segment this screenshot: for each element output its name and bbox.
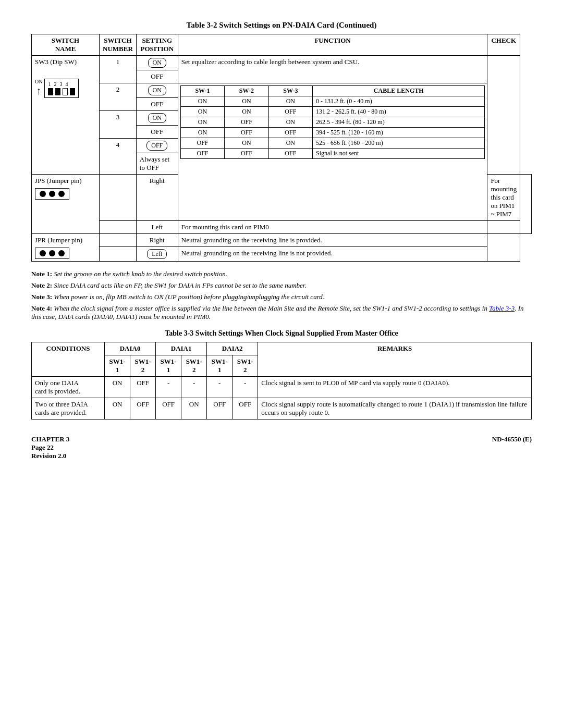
note-3-label: Note 3: (31, 293, 52, 301)
sw3-pos-off-1: OFF (136, 70, 178, 83)
note-4-label: Note 4: (31, 304, 52, 312)
table32: SWITCHNAME SWITCHNUMBER SETTINGPOSITION … (31, 34, 532, 262)
jps-check (520, 175, 532, 234)
sw3-check (487, 56, 520, 175)
table-row: SW3 (Dip SW) ON ↑ 1234 (32, 56, 532, 70)
note-1-text: Set the groove on the switch knob to the… (54, 270, 227, 278)
d0-sw1-1-val-1: ON (105, 377, 130, 398)
sw3-label: SW3 (Dip SW) (35, 58, 96, 66)
col-d1-sw1-1: SW1-1 (156, 355, 181, 377)
sw3-pos-on-2: ON (136, 83, 178, 98)
note-4-text: When the clock signal from a master offi… (54, 304, 489, 312)
sw3-func-1: Set equalizer according to cable length … (178, 56, 487, 83)
note-2-label: Note 2: (31, 281, 52, 289)
col-sw3: SW-3 (268, 86, 312, 96)
table33-row-2: Two or three DAIAcards are provided. ON … (32, 398, 532, 419)
cable-row: OFFONON525 - 656 ft. (160 - 200 m) (180, 138, 485, 149)
sw3-cable-table-cell: SW-1 SW-2 SW-3 CABLE LENGTH ONONON0 - 13… (178, 83, 487, 221)
d2-sw1-2-val-1: - (232, 377, 258, 398)
jpr-pos-right: Right (136, 234, 178, 247)
condition-2: Two or three DAIAcards are provided. (32, 398, 105, 419)
note-2-text: Since DAIA card acts like an FP, the SW1… (54, 281, 306, 289)
dot (49, 250, 55, 256)
jps-diagram (35, 188, 69, 200)
col-sw2: SW-2 (225, 86, 268, 96)
jps-row-2: Left For mounting this card on PIM0 (32, 221, 532, 234)
note-3-text: When power is on, flip MB switch to ON (… (54, 293, 324, 301)
dot (58, 250, 65, 256)
d0-sw1-2-val-2: OFF (130, 398, 156, 419)
cable-row: ONOFFON262.5 - 394 ft. (80 - 120 m) (180, 117, 485, 128)
col-switch-name: SWITCHNAME (32, 34, 100, 56)
jpr-label: JPR (Jumper pin) (35, 236, 96, 244)
d0-sw1-2-val-1: OFF (130, 377, 156, 398)
footer-chapter: CHAPTER 3 (31, 435, 69, 443)
footer-right: ND-46550 (E) (492, 435, 532, 460)
table32-title: Table 3-2 Switch Settings on PN-DAIA Car… (31, 21, 532, 30)
col-switch-number: SWITCHNUMBER (100, 34, 137, 56)
footer-revision: Revision 2.0 (31, 452, 69, 460)
note-3: Note 3: When power is on, flip MB switch… (31, 293, 532, 301)
col-daia2: DAIA2 (207, 342, 258, 355)
dot (58, 191, 65, 197)
jps-number-cell (100, 175, 137, 221)
cable-row: OFFOFFOFFSignal is not sent (180, 149, 485, 159)
col-d1-sw1-2: SW1-2 (181, 355, 207, 377)
dot (49, 191, 55, 197)
jps-number-2 (100, 221, 137, 234)
jps-func-left: For mounting this card on PIM0 (178, 221, 487, 234)
jpr-func-left: Neutral grounding on the receiving line … (178, 247, 487, 262)
jpr-func-right: Neutral grounding on the receiving line … (178, 234, 487, 247)
jps-name-cell: JPS (Jumper pin) (32, 175, 100, 234)
cable-length-table: SW-1 SW-2 SW-3 CABLE LENGTH ONONON0 - 13… (180, 85, 485, 159)
d1-sw1-2-val-2: ON (181, 398, 207, 419)
jpr-row-2: Left Neutral grounding on the receiving … (32, 247, 532, 262)
d1-sw1-2-val-1: - (181, 377, 207, 398)
jpr-row: JPR (Jumper pin) Right Neutral grounding… (32, 234, 532, 247)
sw3-pos-off-4: OFF (136, 139, 178, 153)
cable-row: ONOFFOFF394 - 525 ft. (120 - 160 m) (180, 128, 485, 138)
d2-sw1-2-val-2: OFF (232, 398, 258, 419)
jpr-pos-left: Left (136, 247, 178, 262)
table33-title: Table 3-3 Switch Settings When Clock Sig… (31, 329, 532, 338)
col-daia0: DAIA0 (105, 342, 156, 355)
col-sw1: SW-1 (180, 86, 224, 96)
table33-row-1: Only one DAIAcard is provided. ON OFF - … (32, 377, 532, 398)
col-conditions: CONDITIONS (32, 342, 105, 377)
jps-pos-left: Left (136, 221, 178, 234)
sw3-pos-off-2: OFF (136, 98, 178, 111)
sw3-number-3: 3 (100, 111, 137, 139)
remarks-1: Clock signal is sent to PLO0 of MP card … (258, 377, 532, 398)
note-4: Note 4: When the clock signal from a mas… (31, 304, 532, 321)
jpr-name-cell: JPR (Jumper pin) (32, 234, 100, 262)
dot (40, 191, 46, 197)
footer: CHAPTER 3 Page 22 Revision 2.0 ND-46550 … (31, 435, 532, 460)
note-1-label: Note 1: (31, 270, 52, 278)
col-d0-sw1-1: SW1-1 (105, 355, 130, 377)
d1-sw1-1-val-2: OFF (156, 398, 181, 419)
jpr-number-2 (100, 247, 137, 262)
col-d0-sw1-2: SW1-2 (130, 355, 156, 377)
col-d2-sw1-2: SW1-2 (232, 355, 258, 377)
sw3-number-1: 1 (100, 56, 137, 83)
sw3-always-off-func: Always set to OFF (136, 153, 178, 175)
sw3-pos-on-3: ON (136, 111, 178, 126)
jps-func-right: For mounting this card on PIM1 ~ PIM7 (487, 175, 520, 221)
col-function: FUNCTION (178, 34, 487, 56)
col-d2-sw1-1: SW1-1 (207, 355, 232, 377)
note-2: Note 2: Since DAIA card acts like an FP,… (31, 281, 532, 290)
cable-row: ONONOFF131.2 - 262.5 ft. (40 - 80 m) (180, 107, 485, 117)
col-check: CHECK (487, 34, 520, 56)
notes-section: Note 1: Set the groove on the switch kno… (31, 270, 532, 321)
sw3-pos-on-1: ON (136, 56, 178, 70)
footer-left: CHAPTER 3 Page 22 Revision 2.0 (31, 435, 69, 460)
note-1: Note 1: Set the groove on the switch kno… (31, 270, 532, 278)
col-daia1: DAIA1 (156, 342, 207, 355)
dot (40, 250, 46, 256)
note-4-link[interactable]: Table 3-3 (489, 304, 515, 312)
jps-label: JPS (Jumper pin) (35, 177, 96, 185)
d1-sw1-1-val-1: - (156, 377, 181, 398)
sw3-number-2: 2 (100, 83, 137, 111)
remarks-2: Clock signal supply route is automatical… (258, 398, 532, 419)
jps-pos-right: Right (136, 175, 178, 221)
